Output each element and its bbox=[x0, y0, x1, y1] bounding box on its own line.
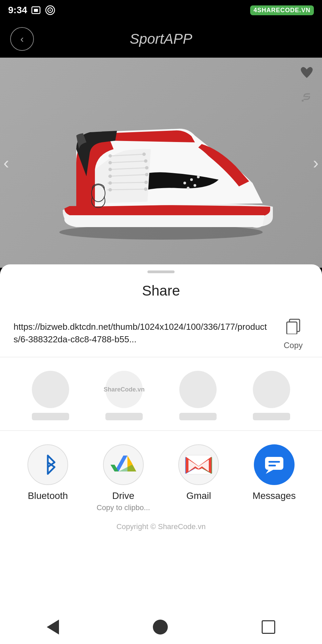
sharecode-label: ShareCode.vn bbox=[102, 384, 146, 395]
product-background: ‹ bbox=[0, 58, 322, 268]
svg-point-17 bbox=[108, 188, 112, 192]
svg-point-16 bbox=[108, 181, 112, 185]
navigation-bar bbox=[0, 610, 322, 644]
favorite-button[interactable] bbox=[298, 64, 315, 81]
app-item-1[interactable] bbox=[32, 371, 69, 420]
drive-sub: Copy to clipbo... bbox=[97, 503, 150, 512]
svg-point-15 bbox=[108, 175, 112, 178]
next-arrow[interactable]: › bbox=[313, 153, 319, 173]
radio-icon bbox=[45, 5, 56, 16]
svg-point-22 bbox=[144, 181, 148, 184]
drive-label: Drive bbox=[112, 490, 134, 501]
recent-square-icon bbox=[262, 620, 275, 634]
back-triangle-icon bbox=[47, 620, 59, 635]
app-drive[interactable]: Drive Copy to clipbo... bbox=[89, 444, 157, 512]
status-bar: 9:34 4SHARECODE.VN bbox=[0, 0, 322, 20]
svg-point-20 bbox=[145, 166, 148, 169]
svg-rect-43 bbox=[268, 465, 276, 466]
app-icon-sharecode: ShareCode.vn bbox=[105, 371, 143, 408]
svg-line-10 bbox=[107, 182, 146, 183]
svg-rect-33 bbox=[287, 322, 297, 334]
svg-point-31 bbox=[302, 100, 304, 102]
app-label-placeholder-3 bbox=[179, 413, 217, 420]
svg-point-29 bbox=[194, 184, 196, 187]
svg-point-27 bbox=[197, 176, 200, 178]
product-image-area: ‹ bbox=[0, 58, 322, 268]
bottom-apps: Bluetooth Drive Copy to clipbo... bbox=[0, 431, 322, 519]
svg-rect-42 bbox=[268, 461, 280, 463]
share-url: https://bizweb.dktcdn.net/thumb/1024x102… bbox=[14, 321, 268, 345]
svg-point-26 bbox=[190, 178, 193, 181]
nav-back-button[interactable] bbox=[47, 620, 59, 635]
app-messages[interactable]: Messages bbox=[240, 444, 308, 501]
app-icon-placeholder-3 bbox=[179, 371, 217, 408]
copy-label: Copy bbox=[284, 341, 303, 350]
app-label-sharecode bbox=[105, 413, 143, 420]
url-row: https://bizweb.dktcdn.net/thumb/1024x102… bbox=[0, 309, 322, 357]
app-label-placeholder-1 bbox=[32, 413, 69, 420]
svg-point-12 bbox=[108, 154, 112, 158]
svg-line-11 bbox=[107, 189, 146, 190]
svg-rect-40 bbox=[265, 457, 283, 470]
app-header: ‹ SportAPP bbox=[0, 20, 322, 58]
back-icon: ‹ bbox=[20, 33, 24, 45]
time: 9:34 bbox=[8, 5, 27, 16]
app-item-sharecode[interactable]: ShareCode.vn bbox=[105, 371, 143, 420]
bluetooth-label: Bluetooth bbox=[28, 490, 68, 501]
copy-icon bbox=[284, 316, 302, 338]
back-button[interactable]: ‹ bbox=[10, 27, 34, 51]
svg-marker-41 bbox=[266, 470, 273, 474]
svg-point-14 bbox=[108, 168, 112, 171]
messages-label: Messages bbox=[253, 490, 296, 501]
share-sheet: Share https://bizweb.dktcdn.net/thumb/10… bbox=[0, 264, 322, 644]
svg-point-21 bbox=[145, 173, 148, 176]
drag-handle bbox=[147, 270, 175, 273]
svg-point-25 bbox=[183, 182, 186, 184]
copy-button[interactable]: Copy bbox=[278, 316, 308, 350]
home-circle-icon bbox=[153, 620, 168, 635]
gmail-icon bbox=[178, 444, 219, 485]
app-label-placeholder-4 bbox=[253, 413, 290, 420]
messages-icon bbox=[254, 444, 295, 485]
drive-icon bbox=[103, 444, 144, 485]
shoe-image bbox=[42, 81, 280, 244]
prev-arrow[interactable]: ‹ bbox=[3, 153, 9, 173]
app-icons-row: ShareCode.vn bbox=[0, 361, 322, 431]
shoe-svg bbox=[42, 81, 280, 244]
svg-point-19 bbox=[144, 159, 147, 163]
app-gmail[interactable]: Gmail bbox=[165, 444, 233, 501]
svg-rect-1 bbox=[34, 9, 38, 12]
app-icon-placeholder-4 bbox=[253, 371, 290, 408]
nav-home-button[interactable] bbox=[153, 620, 168, 635]
svg-point-13 bbox=[108, 161, 112, 164]
app-bluetooth[interactable]: Bluetooth bbox=[14, 444, 82, 501]
app-item-4[interactable] bbox=[253, 371, 290, 420]
gmail-label: Gmail bbox=[186, 490, 211, 501]
svg-point-23 bbox=[144, 187, 147, 191]
sim-icon bbox=[31, 5, 41, 15]
link-button[interactable] bbox=[298, 88, 315, 105]
app-item-3[interactable] bbox=[179, 371, 217, 420]
action-icons bbox=[298, 64, 315, 105]
status-right: 4SHARECODE.VN bbox=[250, 5, 314, 15]
svg-point-4 bbox=[49, 9, 51, 11]
svg-point-18 bbox=[142, 153, 146, 156]
sharecode-badge: 4SHARECODE.VN bbox=[250, 5, 314, 15]
svg-point-28 bbox=[187, 187, 189, 189]
copyright: Copyright © ShareCode.vn bbox=[0, 522, 322, 531]
bluetooth-icon bbox=[27, 444, 68, 485]
share-title: Share bbox=[0, 283, 322, 299]
app-title: SportAPP bbox=[130, 31, 192, 47]
nav-recent-button[interactable] bbox=[262, 620, 275, 634]
app-icon-placeholder-1 bbox=[32, 371, 69, 408]
